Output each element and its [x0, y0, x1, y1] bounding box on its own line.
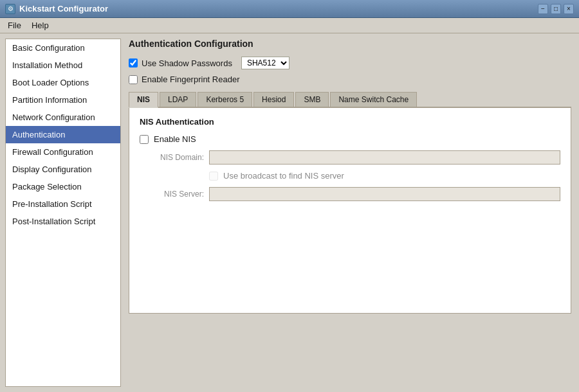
nis-server-label: NIS Server: — [140, 190, 204, 199]
sidebar-item-post-installation-script[interactable]: Post-Installation Script — [6, 213, 120, 230]
enable-nis-label: Enable NIS — [154, 134, 196, 144]
tab-smb[interactable]: SMB — [295, 92, 329, 107]
sidebar-item-pre-installation-script[interactable]: Pre-Installation Script — [6, 195, 120, 213]
enable-nis-checkbox[interactable] — [140, 135, 149, 144]
section-title: Authentication Configuration — [129, 39, 571, 49]
enable-nis-row: Enable NIS — [140, 134, 560, 144]
tab-kerberos5[interactable]: Kerberos 5 — [198, 92, 252, 107]
main-window: Basic Configuration Installation Method … — [0, 33, 579, 392]
sidebar-item-package-selection[interactable]: Package Selection — [6, 178, 120, 195]
nis-section-title: NIS Authentication — [140, 117, 560, 127]
use-broadcast-checkbox[interactable] — [209, 172, 218, 181]
sidebar-item-authentication[interactable]: Authentication — [6, 126, 120, 143]
sha-algorithm-select[interactable]: SHA512 SHA256 MD5 — [241, 57, 290, 69]
sidebar-item-installation-method[interactable]: Installation Method — [6, 57, 120, 74]
menu-file[interactable]: File — [3, 19, 26, 31]
titlebar-left: ⚙ Kickstart Configurator — [5, 4, 108, 14]
use-shadow-passwords-checkbox[interactable] — [129, 58, 138, 67]
use-shadow-passwords-label: Use Shadow Passwords — [142, 58, 232, 68]
fingerprint-checkbox-row: Enable Fingerprint Reader — [129, 75, 239, 84]
nis-domain-input[interactable] — [209, 150, 560, 165]
nis-domain-row: NIS Domain: — [140, 150, 560, 165]
sidebar-item-partition-information[interactable]: Partition Information — [6, 91, 120, 109]
sidebar-item-network-configuration[interactable]: Network Configuration — [6, 109, 120, 126]
nis-server-row: NIS Server: — [140, 187, 560, 201]
close-button[interactable]: × — [564, 4, 574, 14]
content-panel: Authentication Configuration Use Shadow … — [129, 39, 571, 387]
minimize-button[interactable]: − — [538, 4, 548, 14]
content-area: Authentication Configuration Use Shadow … — [121, 33, 579, 392]
sidebar-item-boot-loader-options[interactable]: Boot Loader Options — [6, 74, 120, 91]
shadow-passwords-checkbox-row: Use Shadow Passwords SHA512 SHA256 MD5 — [129, 57, 290, 69]
menubar: File Help — [0, 18, 579, 33]
nis-tab-content: NIS Authentication Enable NIS NIS Domain… — [129, 108, 571, 314]
fingerprint-row: Enable Fingerprint Reader — [129, 75, 571, 84]
sidebar-item-firewall-configuration[interactable]: Firewall Configuration — [6, 143, 120, 161]
titlebar-title: Kickstart Configurator — [19, 4, 108, 13]
shadow-passwords-row: Use Shadow Passwords SHA512 SHA256 MD5 — [129, 57, 571, 69]
sidebar: Basic Configuration Installation Method … — [5, 39, 121, 387]
use-broadcast-row: Use broadcast to find NIS server — [140, 171, 560, 181]
maximize-button[interactable]: □ — [551, 4, 561, 14]
tab-ldap[interactable]: LDAP — [160, 92, 196, 107]
sidebar-item-basic-configuration[interactable]: Basic Configuration — [6, 39, 120, 57]
enable-fingerprint-checkbox[interactable] — [129, 75, 138, 84]
enable-fingerprint-label: Enable Fingerprint Reader — [142, 75, 239, 84]
use-broadcast-label: Use broadcast to find NIS server — [223, 171, 344, 181]
nis-domain-label: NIS Domain: — [140, 153, 204, 162]
tab-name-switch-cache[interactable]: Name Switch Cache — [330, 92, 417, 107]
titlebar-controls: − □ × — [538, 4, 574, 14]
sidebar-item-display-configuration[interactable]: Display Configuration — [6, 161, 120, 178]
tab-nis[interactable]: NIS — [129, 92, 158, 108]
menu-help[interactable]: Help — [26, 19, 54, 31]
tabs-container: NIS LDAP Kerberos 5 Hesiod SMB Name Swit… — [129, 92, 571, 314]
tab-hesiod[interactable]: Hesiod — [253, 92, 294, 107]
titlebar: ⚙ Kickstart Configurator − □ × — [0, 0, 579, 18]
nis-server-input[interactable] — [209, 187, 560, 201]
app-icon: ⚙ — [5, 4, 15, 14]
tab-bar: NIS LDAP Kerberos 5 Hesiod SMB Name Swit… — [129, 92, 571, 108]
